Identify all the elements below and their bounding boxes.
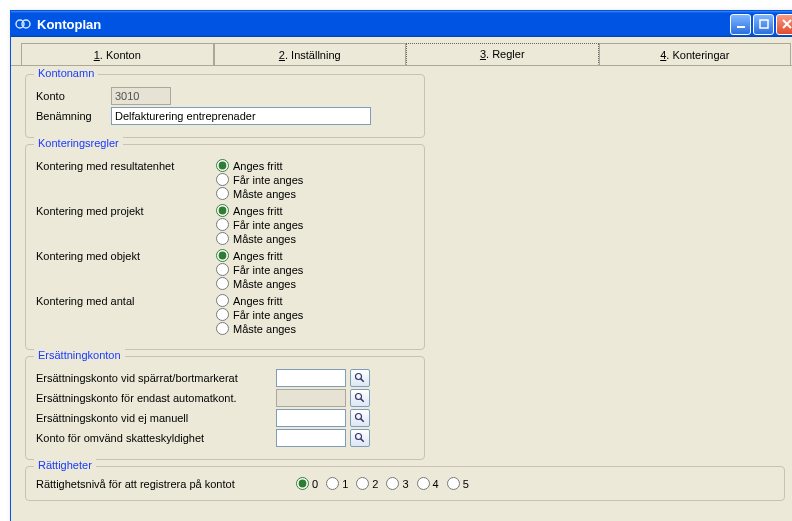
tab-bar: 1. Konton 2. Inställning 3. Regler 4. Ko… bbox=[11, 37, 792, 66]
resultatenhet-maste[interactable]: Måste anges bbox=[216, 187, 303, 200]
titlebar: Kontoplan bbox=[11, 11, 792, 37]
tab-konton[interactable]: 1. Konton bbox=[21, 43, 214, 65]
ratt-opt-1[interactable]: 1 bbox=[326, 477, 348, 490]
ratt-opt-3[interactable]: 3 bbox=[386, 477, 408, 490]
sparrat-label: Ersättningskonto vid spärrat/bortmarkera… bbox=[36, 372, 276, 384]
resultatenhet-fritt[interactable]: Anges fritt bbox=[216, 159, 303, 172]
tab-regler[interactable]: 3. Regler bbox=[406, 43, 599, 65]
app-icon bbox=[15, 16, 31, 32]
search-icon bbox=[354, 392, 366, 404]
svg-rect-2 bbox=[737, 26, 745, 28]
automat-lookup-button[interactable] bbox=[350, 389, 370, 407]
projekt-maste[interactable]: Måste anges bbox=[216, 232, 303, 245]
antal-label: Kontering med antal bbox=[36, 294, 216, 307]
omvand-field[interactable] bbox=[276, 429, 346, 447]
svg-point-4 bbox=[356, 374, 362, 380]
svg-line-7 bbox=[361, 399, 364, 402]
legend-rattigheter: Rättigheter bbox=[34, 459, 96, 471]
objekt-label: Kontering med objekt bbox=[36, 249, 216, 262]
legend-konteringsregler: Konteringsregler bbox=[34, 137, 123, 149]
antal-inte[interactable]: Får inte anges bbox=[216, 308, 303, 321]
svg-point-8 bbox=[356, 414, 362, 420]
rattigheter-options: 0 1 2 3 4 5 bbox=[296, 477, 469, 490]
rattigheter-label: Rättighetsnivå för att registrera på kon… bbox=[36, 478, 286, 490]
minimize-button[interactable] bbox=[730, 14, 751, 35]
objekt-fritt[interactable]: Anges fritt bbox=[216, 249, 303, 262]
search-icon bbox=[354, 412, 366, 424]
svg-line-9 bbox=[361, 419, 364, 422]
maximize-button[interactable] bbox=[753, 14, 774, 35]
close-button[interactable] bbox=[776, 14, 792, 35]
tab-installning[interactable]: 2. Inställning bbox=[214, 43, 407, 65]
projekt-inte[interactable]: Får inte anges bbox=[216, 218, 303, 231]
ejmanuell-label: Ersättningskonto vid ej manuell bbox=[36, 412, 276, 424]
sparrat-field[interactable] bbox=[276, 369, 346, 387]
window-title: Kontoplan bbox=[37, 17, 730, 32]
search-icon bbox=[354, 372, 366, 384]
omvand-label: Konto för omvänd skatteskyldighet bbox=[36, 432, 276, 444]
ratt-opt-2[interactable]: 2 bbox=[356, 477, 378, 490]
ejmanuell-lookup-button[interactable] bbox=[350, 409, 370, 427]
projekt-label: Kontering med projekt bbox=[36, 204, 216, 217]
group-rattigheter: Rättigheter Rättighetsnivå för att regis… bbox=[25, 466, 785, 501]
app-window: Kontoplan 1. Konton 2. Inställning 3. Re… bbox=[10, 10, 792, 521]
omvand-lookup-button[interactable] bbox=[350, 429, 370, 447]
antal-maste[interactable]: Måste anges bbox=[216, 322, 303, 335]
svg-line-11 bbox=[361, 439, 364, 442]
svg-point-6 bbox=[356, 394, 362, 400]
legend-kontonamn: Kontonamn bbox=[34, 67, 98, 79]
svg-point-1 bbox=[22, 20, 30, 28]
tab-konteringar[interactable]: 4. Konteringar bbox=[599, 43, 792, 65]
projekt-fritt[interactable]: Anges fritt bbox=[216, 204, 303, 217]
ejmanuell-field[interactable] bbox=[276, 409, 346, 427]
search-icon bbox=[354, 432, 366, 444]
konto-label: Konto bbox=[36, 90, 111, 102]
antal-fritt[interactable]: Anges fritt bbox=[216, 294, 303, 307]
objekt-inte[interactable]: Får inte anges bbox=[216, 263, 303, 276]
benamning-field[interactable] bbox=[111, 107, 371, 125]
legend-ersattning: Ersättningkonton bbox=[34, 349, 125, 361]
svg-point-10 bbox=[356, 434, 362, 440]
ratt-opt-5[interactable]: 5 bbox=[447, 477, 469, 490]
objekt-maste[interactable]: Måste anges bbox=[216, 277, 303, 290]
benamning-label: Benämning bbox=[36, 110, 111, 122]
ratt-opt-4[interactable]: 4 bbox=[417, 477, 439, 490]
group-kontonamn: Kontonamn Konto Benämning bbox=[25, 74, 425, 138]
automat-field bbox=[276, 389, 346, 407]
sparrat-lookup-button[interactable] bbox=[350, 369, 370, 387]
ratt-opt-0[interactable]: 0 bbox=[296, 477, 318, 490]
group-ersattning: Ersättningkonton Ersättningskonto vid sp… bbox=[25, 356, 425, 460]
konto-field bbox=[111, 87, 171, 105]
resultatenhet-label: Kontering med resultatenhet bbox=[36, 159, 216, 172]
resultatenhet-inte[interactable]: Får inte anges bbox=[216, 173, 303, 186]
svg-line-5 bbox=[361, 379, 364, 382]
automat-label: Ersättningskonto för endast automatkont. bbox=[36, 392, 276, 404]
window-buttons bbox=[730, 14, 792, 35]
client-area: Kontonamn Konto Benämning Konteringsregl… bbox=[11, 66, 792, 521]
svg-rect-3 bbox=[760, 20, 768, 28]
group-konteringsregler: Konteringsregler Kontering med resultate… bbox=[25, 144, 425, 350]
